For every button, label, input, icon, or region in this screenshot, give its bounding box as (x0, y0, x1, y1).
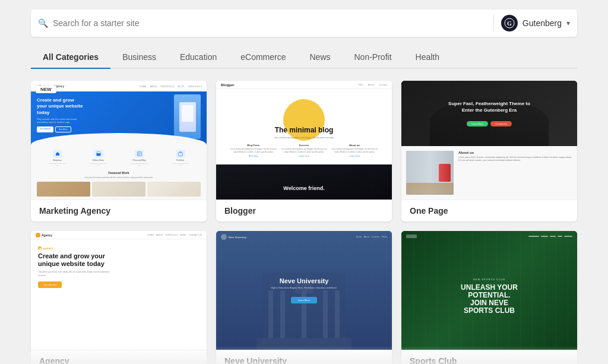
template-card-neve-university[interactable]: Neve University Home About Courses News … (216, 231, 392, 364)
agency-hero-subtext: Transform your ideas into reality with o… (38, 271, 115, 277)
uni-hero: Neve University Home About Courses News … (216, 231, 392, 350)
about-us-title: About us (458, 151, 572, 154)
search-bar: 🔍 G Gutenberg ▾ (31, 10, 577, 37)
blogger-main-title: The minimal blog (223, 126, 385, 134)
hero-title-marketing: Create and grow your unique website toda… (37, 97, 84, 116)
agency-logo-text: Agency (42, 233, 52, 237)
uni-logo: Neve University (221, 234, 246, 240)
search-icon: 🔍 (38, 18, 48, 28)
icon-label-blog: Personal Blog (133, 159, 146, 162)
search-left: 🔍 (38, 18, 493, 28)
uni-content: Neve University Higher Education Begins … (271, 277, 337, 303)
sports-title: UNLEASH YOURPOTENTIAL.JOIN NEVESPORTS CL… (461, 284, 518, 315)
template-preview-marketing: NEW ✦ Marketing Agency HOME MENU PORTFOL… (31, 81, 207, 200)
tab-health[interactable]: Health (404, 46, 451, 69)
sports-nav-logo (406, 235, 417, 238)
tab-ecommerce[interactable]: eCommerce (229, 46, 297, 69)
category-tabs: All Categories Business Education eComme… (31, 46, 577, 69)
tab-all-categories[interactable]: All Categories (31, 46, 110, 69)
uni-nav-links: Home About Courses News (356, 236, 387, 238)
blog-col-text-1: I am a fashion photographer and blogger.… (229, 148, 277, 153)
svg-rect-10 (179, 152, 181, 153)
light-section-image (406, 151, 454, 195)
store-icon-box (94, 150, 103, 158)
sports-eyebrow: NEW SPORTS CLUB (461, 278, 518, 281)
business-icon-box (53, 150, 62, 158)
blog-col-1: Blog Posts I am a fashion photographer a… (229, 144, 277, 157)
blog-col-text-3: I am a fashion photographer and blogger.… (331, 148, 379, 153)
template-name-university: Neve University (224, 356, 287, 364)
hero-btn-red: Contact Us (490, 121, 512, 126)
uni-btn: Learn More (291, 297, 317, 303)
icon-item-portfolio: Portfolio Create path to reach goal fast (172, 150, 189, 166)
icon-item-store: Online Store Create path to reach goal f… (90, 150, 107, 166)
agency-logo-icon (36, 233, 40, 238)
template-name-sports: Sports Club (410, 356, 457, 364)
feat-img-1 (37, 182, 90, 197)
tab-business[interactable]: Business (110, 46, 168, 69)
hero-text-marketing: Create and grow your unique website toda… (37, 97, 84, 132)
template-card-blogger[interactable]: Blogger Vibe About Contact The minimal b… (216, 81, 392, 221)
sports-nav (401, 235, 577, 238)
icon-label-business: Business (53, 159, 61, 162)
template-card-footer-marketing: Marketing Agency (31, 200, 207, 221)
blogger-yellow-circle (283, 99, 325, 141)
svg-text:G: G (507, 20, 512, 27)
page-wrapper: 🔍 G Gutenberg ▾ All Categories Business … (0, 0, 608, 364)
chevron-down-icon: ▾ (566, 19, 570, 27)
sports-content: NEW SPORTS CLUB UNLEASH YOURPOTENTIAL.JO… (455, 266, 524, 315)
sports-nav-link-1 (528, 236, 539, 238)
hero-buttons-marketing: Get Started See More (37, 126, 84, 132)
featured-work-title: Featured Work (37, 171, 201, 175)
hero-btn-secondary: See More (55, 126, 71, 132)
tab-news[interactable]: News (297, 46, 342, 69)
blogger-top: The minimal blog I am a fashion photogra… (216, 89, 392, 164)
icon-item-business: Business Create path to reach goal fast (49, 150, 66, 166)
gutenberg-label: Gutenberg (522, 18, 562, 28)
hero-btn-primary: Get Started (37, 126, 53, 132)
template-preview-agency: Agency HOME ABOUT PORTFOLIO NEWS CONTACT… (31, 231, 207, 350)
blog-col-title-3: About me (331, 144, 379, 147)
template-card-footer-university: Neve University (216, 350, 392, 364)
svg-rect-3 (56, 153, 58, 154)
agency-logo: Agency (36, 233, 52, 238)
uni-title: Neve University (271, 277, 337, 284)
blog-col-2: Services I am a fashion photographer and… (280, 144, 328, 157)
sports-nav-links (528, 236, 572, 238)
svg-rect-2 (56, 153, 59, 156)
agency-cta-btn: Get Started (38, 281, 62, 288)
template-card-marketing-agency[interactable]: NEW ✦ Marketing Agency HOME MENU PORTFOL… (31, 81, 207, 221)
featured-work-section: Featured Work I am proud to have worked … (31, 169, 207, 199)
template-card-agency[interactable]: Agency HOME ABOUT PORTFOLIO NEWS CONTACT… (31, 231, 207, 364)
blogger-logo: Blogger (221, 83, 235, 87)
blog-col-title-1: Blog Posts (229, 144, 277, 147)
mini-icons-marketing: Business Create path to reach goal fast … (31, 145, 207, 169)
svg-rect-9 (178, 153, 182, 156)
template-preview-sports: NEW SPORTS CLUB UNLEASH YOURPOTENTIAL.JO… (401, 231, 577, 350)
mini-header-marketing: ✦ Marketing Agency HOME MENU PORTFOLIO B… (31, 81, 207, 91)
gutenberg-selector[interactable]: G Gutenberg ▾ (493, 15, 570, 31)
tab-education[interactable]: Education (168, 46, 229, 69)
mini-hero-marketing: Create and grow your unique website toda… (31, 91, 207, 145)
template-name-onepage: One Page (410, 206, 448, 216)
blog-col-text-2: I am a fashion photographer and blogger.… (280, 148, 328, 153)
blog-col-3: About me I am a fashion photographer and… (331, 144, 379, 157)
icon-label-store: Online Store (93, 159, 104, 162)
about-us-text: Lorem ipsum dolor sit amet, consectetur … (458, 156, 572, 163)
agency-label: AGENCY (38, 246, 200, 250)
template-card-one-page[interactable]: Super Fast, Featherweight Theme to Enter… (401, 81, 577, 221)
dark-hero-buttons: Learn More Contact Us (467, 121, 512, 126)
featured-work-sub: I am proud to have worked with the clien… (37, 176, 201, 179)
blog-bottom-bg (216, 164, 392, 200)
svg-rect-4 (96, 153, 100, 156)
template-card-sports-club[interactable]: NEW SPORTS CLUB UNLEASH YOURPOTENTIAL.JO… (401, 231, 577, 364)
template-preview-university: Neve University Home About Courses News … (216, 231, 392, 350)
sports-nav-link-3 (550, 236, 556, 238)
template-name-agency: Agency (39, 356, 69, 364)
featured-images (37, 182, 201, 197)
search-input[interactable] (53, 18, 493, 28)
template-name-blogger: Blogger (224, 206, 256, 216)
templates-grid: NEW ✦ Marketing Agency HOME MENU PORTFOL… (31, 81, 577, 364)
tab-nonprofit[interactable]: Non-Profit (343, 46, 404, 69)
blogger-main-subtitle: I am a fashion photographer and blogger.… (223, 137, 385, 139)
